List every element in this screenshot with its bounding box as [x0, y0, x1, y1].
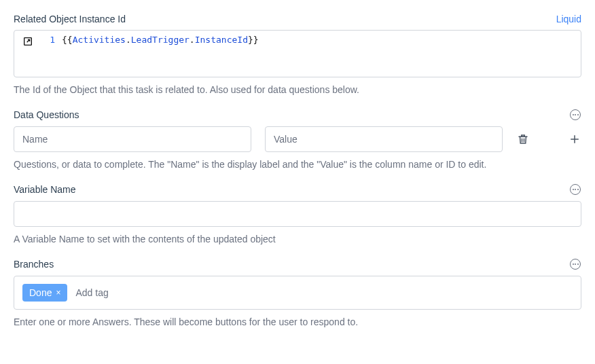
data-questions-header: Data Questions — [14, 109, 581, 121]
dq-name-input[interactable] — [14, 126, 251, 152]
code-line: {{Activities.LeadTrigger.InstanceId}} — [62, 35, 259, 73]
variable-name-helper: A Variable Name to set with the contents… — [14, 234, 581, 244]
branches-tag-box[interactable]: Done × Add tag — [14, 276, 581, 310]
related-object-label: Related Object Instance Id — [14, 14, 126, 24]
related-object-helper: The Id of the Object that this task is r… — [14, 84, 581, 95]
branches-header: Branches — [14, 258, 581, 270]
plus-icon[interactable] — [568, 132, 581, 146]
tag-done-remove-icon[interactable]: × — [56, 289, 60, 297]
variable-name-section: Variable Name A Variable Name to set wit… — [14, 183, 581, 244]
tag-done[interactable]: Done × — [22, 284, 67, 302]
data-questions-helper: Questions, or data to complete. The "Nam… — [14, 159, 581, 170]
related-object-header: Related Object Instance Id Liquid — [14, 14, 581, 24]
variable-name-input[interactable] — [14, 201, 581, 227]
add-tag-placeholder[interactable]: Add tag — [75, 287, 108, 298]
data-questions-options-icon[interactable] — [569, 109, 581, 121]
branches-options-icon[interactable] — [569, 258, 581, 270]
liquid-link[interactable]: Liquid — [556, 14, 581, 24]
popout-icon[interactable] — [22, 36, 33, 47]
branches-section: Branches Done × Add tag Enter one or mor… — [14, 258, 581, 327]
code-gutter — [14, 31, 41, 77]
variable-name-options-icon[interactable] — [569, 183, 581, 196]
line-number: 1 — [43, 35, 55, 73]
branches-label: Branches — [14, 259, 54, 270]
dq-value-input[interactable] — [265, 126, 503, 152]
data-questions-section: Data Questions Questions, or data to com… — [14, 109, 581, 170]
related-object-section: Related Object Instance Id Liquid 1 {{Ac… — [14, 14, 581, 95]
data-questions-label: Data Questions — [14, 109, 79, 120]
variable-name-header: Variable Name — [14, 183, 581, 196]
code-body[interactable]: 1 {{Activities.LeadTrigger.InstanceId}} — [41, 31, 581, 77]
branches-helper: Enter one or more Answers. These will be… — [14, 316, 581, 327]
data-questions-row — [14, 126, 581, 152]
code-editor[interactable]: 1 {{Activities.LeadTrigger.InstanceId}} — [14, 30, 581, 77]
variable-name-label: Variable Name — [14, 184, 76, 195]
tag-done-label: Done — [29, 287, 52, 298]
trash-icon[interactable] — [516, 132, 530, 146]
